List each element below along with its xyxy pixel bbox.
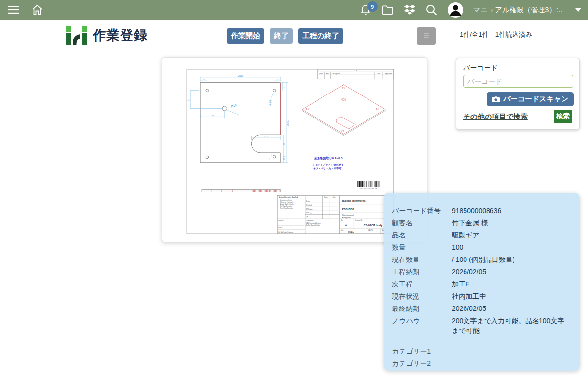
info-label: カテゴリー2 — [392, 357, 452, 368]
notification-badge: 9 — [368, 1, 378, 12]
files-button[interactable] — [382, 4, 393, 16]
tb-spec3: Angular: Mach ± Bend ± — [280, 203, 294, 205]
info-value: 社内加工中 — [452, 290, 570, 301]
info-label: 品名 — [392, 229, 452, 240]
tb-brand: ironidea — [342, 207, 354, 211]
tb-comments1: CAD Generated Drawing — [306, 222, 321, 224]
info-row-gap — [392, 335, 570, 345]
info-row-customer: 顧客名 竹下金属 様 — [392, 217, 570, 229]
tb-scale-label: Scale — [341, 229, 344, 231]
tb-dwg-label: Drawing No. — [355, 219, 362, 221]
info-value: 200文字まで入力可能。品名100文字まで可能 — [452, 315, 570, 335]
tb-size: A — [345, 224, 347, 227]
tb-row-mfr: MFR Appr. — [306, 212, 313, 214]
home-glyph — [31, 4, 43, 16]
info-value — [452, 357, 570, 358]
camera-icon — [492, 96, 500, 102]
tb-row-checked: Checked — [306, 204, 312, 206]
dim-15-top-left: 15 — [203, 79, 205, 81]
tb-row-eng: ENG Appr. — [306, 208, 313, 210]
dim-200-right: 200. — [286, 120, 289, 126]
topbar-left — [0, 4, 43, 16]
info-row-quantity: 数量 100 — [392, 241, 570, 254]
note-shotblast-2: キズ・バリ・カエリ不可 — [313, 167, 342, 170]
tb-product2: base plate — [342, 216, 351, 219]
avatar[interactable] — [448, 2, 463, 18]
folder-icon — [382, 5, 393, 15]
dim-200-top: 200. — [238, 74, 244, 77]
hamburger-menu-icon[interactable] — [8, 4, 20, 16]
note-chamfer: 全角糸面取り0.2~0.3 — [314, 156, 343, 160]
info-value: 加工F — [452, 278, 570, 289]
info-row-current-status: 現在状況 社内加工中 — [392, 290, 570, 303]
barcode-input[interactable] — [463, 75, 573, 88]
tb-comments-label: Comments: — [306, 220, 314, 222]
search-icon — [426, 4, 437, 16]
barcode-scan-label: バーコードスキャン — [503, 94, 568, 104]
info-value: 100 — [452, 241, 570, 252]
tb-size-label: Size — [341, 219, 343, 221]
info-row-item-name: 品名 駆動ギア — [392, 229, 570, 241]
barcode-scan-button[interactable]: バーコードスキャン — [487, 92, 574, 106]
tb-name-col: Name — [324, 196, 328, 198]
barcode-search-panel: バーコード バーコードスキャン その他の項目で検索 検索 — [456, 58, 580, 130]
tb-spec4: Two Place Decimal ± — [280, 205, 292, 207]
dim-15-right: 15 — [283, 87, 285, 89]
list-menu-button[interactable]: ☰ — [417, 27, 436, 45]
dim-72-5: 72.5 — [264, 136, 268, 138]
page-title: 作業登録 — [93, 26, 147, 44]
barcode-panel-footer: その他の項目で検索 検索 — [463, 110, 572, 123]
tb-material: Material — [278, 220, 284, 222]
search-submit-button[interactable]: 検索 — [554, 110, 572, 123]
dim-4-diameter-6: 4-Ø6. — [270, 100, 272, 106]
info-value: 竹下金属 様 — [452, 217, 570, 228]
tb-scale: FREE — [348, 231, 354, 233]
sheet-barcode-number: 9185000008636 — [360, 188, 378, 189]
info-label: バーコード番号 — [392, 205, 452, 215]
person-icon — [448, 2, 463, 18]
info-label: 顧客名 — [392, 217, 452, 228]
tb-row-drawn: Drawn — [306, 200, 310, 202]
tb-comments2: Do Not Manually Update — [306, 224, 321, 226]
search-button-topbar[interactable] — [426, 4, 438, 16]
home-icon[interactable] — [31, 4, 43, 16]
dropbox-button[interactable] — [404, 4, 416, 16]
tb-finish: Finish — [278, 227, 282, 229]
info-row-final-due: 最終納期 2026/02/05 — [392, 303, 570, 315]
barcode-label: バーコード — [463, 64, 572, 72]
info-row-knowhow: ノウハウ 200文字まで入力可能。品名100文字まで可能 — [392, 315, 570, 335]
end-button[interactable]: 終了 — [270, 28, 293, 44]
info-label: 工程納期 — [392, 266, 452, 277]
notifications-button[interactable]: 9 — [360, 4, 371, 16]
other-search-link[interactable]: その他の項目で検索 — [463, 112, 528, 121]
note-shotblast-1: ショットブラスト後に残る — [313, 163, 343, 166]
info-label: 数量 — [392, 241, 452, 252]
revisions-col-approved: Approved — [385, 73, 392, 75]
info-label: 最終納期 — [392, 303, 452, 313]
hamburger-menu-glyph — [8, 6, 19, 14]
dim-45: 45 — [283, 143, 285, 145]
tb-spec-title: Unless Otherwise Specified — [279, 196, 298, 198]
dim-60-horizontal: 60 — [212, 115, 214, 117]
user-menu-label[interactable]: マニュアル権限（管理3）:... — [473, 5, 564, 15]
topbar: 9 — [0, 0, 588, 20]
tb-company: kadono-ironworks — [342, 199, 365, 202]
item-info-panel: バーコード番号 9185000008636 顧客名 竹下金属 様 品名 駆動ギア… — [384, 193, 580, 371]
chevron-down-icon[interactable] — [575, 8, 581, 12]
dropbox-icon — [404, 4, 416, 16]
info-label: カテゴリー1 — [392, 345, 452, 356]
info-row-barcode-number: バーコード番号 9185000008636 — [392, 205, 570, 217]
revisions-title: Revisions — [356, 70, 363, 72]
info-row-current-quantity: 現在数量 / 100 (個別品目数量) — [392, 254, 570, 266]
tb-spec1: Dimensions in Inches — [280, 199, 292, 201]
tb-row-qa: QA — [306, 216, 308, 218]
process-end-button[interactable]: 工程の終了 — [298, 28, 343, 44]
dim-15-bottom: 15 — [269, 158, 270, 160]
info-label: 現在数量 — [392, 254, 452, 264]
info-value — [452, 345, 570, 346]
revisions-col-zone: Zone — [319, 73, 323, 75]
info-label: ノウハウ — [392, 315, 452, 326]
brand: 作業登録 — [65, 25, 147, 45]
start-work-button[interactable]: 作業開始 — [227, 28, 264, 44]
dim-26-9: 26.9 — [283, 156, 285, 160]
